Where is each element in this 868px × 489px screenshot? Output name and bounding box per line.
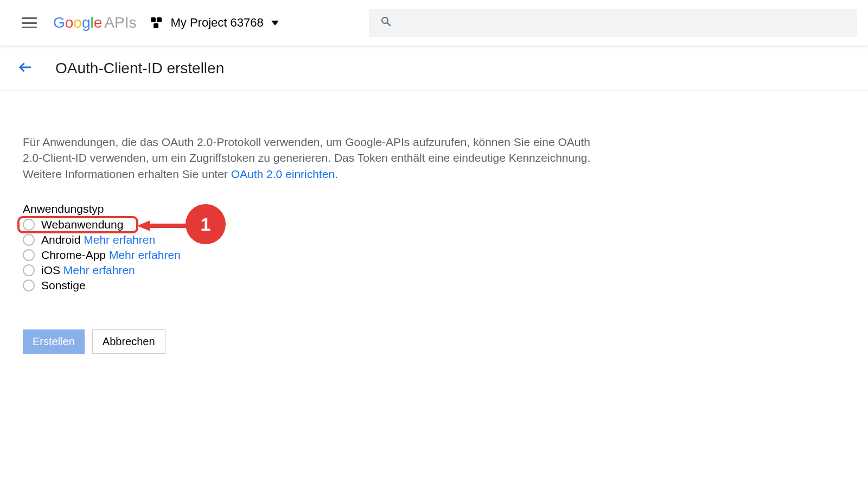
sub-header: OAuth-Client-ID erstellen bbox=[0, 46, 868, 91]
radio-group-application-type: Webanwendung 1 Android Mehr erfahren Chr… bbox=[23, 218, 608, 293]
radio-icon[interactable] bbox=[23, 264, 35, 276]
radio-label: Sonstige bbox=[41, 279, 86, 292]
radio-icon[interactable] bbox=[23, 249, 35, 261]
radio-label: iOS Mehr erfahren bbox=[41, 264, 135, 277]
oauth-setup-link[interactable]: OAuth 2.0 einrichten bbox=[231, 168, 335, 180]
radio-option-ios[interactable]: iOS Mehr erfahren bbox=[23, 263, 608, 277]
radio-label: Webanwendung bbox=[41, 218, 123, 231]
radio-label: Chrome-App Mehr erfahren bbox=[41, 249, 181, 262]
cancel-button[interactable]: Abbrechen bbox=[92, 329, 165, 354]
annotation-arrow-icon bbox=[137, 219, 186, 234]
project-icon bbox=[150, 16, 163, 29]
radio-option-android[interactable]: Android Mehr erfahren bbox=[23, 233, 608, 247]
logo-google-text: Google bbox=[53, 14, 102, 31]
logo-apis-text: APIs bbox=[104, 14, 136, 31]
learn-more-link[interactable]: Mehr erfahren bbox=[84, 233, 155, 246]
description-text: Für Anwendungen, die das OAuth 2.0-Proto… bbox=[23, 134, 608, 182]
project-selector[interactable]: My Project 63768 bbox=[150, 16, 278, 30]
radio-label: Android Mehr erfahren bbox=[41, 233, 155, 246]
description-part2: . bbox=[335, 168, 338, 180]
search-icon bbox=[380, 15, 393, 30]
button-row: Erstellen Abbrechen bbox=[23, 329, 608, 354]
search-input[interactable] bbox=[369, 9, 857, 37]
radio-icon[interactable] bbox=[23, 219, 35, 231]
learn-more-link[interactable]: Mehr erfahren bbox=[63, 264, 135, 276]
main-content: Für Anwendungen, die das OAuth 2.0-Proto… bbox=[0, 91, 608, 354]
application-type-label: Anwendungstyp bbox=[23, 202, 608, 215]
radio-icon[interactable] bbox=[23, 280, 35, 291]
project-name: My Project 63768 bbox=[170, 16, 263, 30]
chevron-down-icon bbox=[271, 21, 279, 26]
svg-marker-2 bbox=[137, 220, 150, 231]
top-header: Google APIs My Project 63768 bbox=[0, 0, 868, 46]
radio-option-chrome-app[interactable]: Chrome-App Mehr erfahren bbox=[23, 248, 608, 262]
back-arrow-icon[interactable] bbox=[17, 59, 34, 78]
create-button[interactable]: Erstellen bbox=[23, 329, 85, 354]
radio-option-web[interactable]: Webanwendung 1 bbox=[23, 218, 608, 232]
page-title: OAuth-Client-ID erstellen bbox=[55, 60, 224, 77]
google-apis-logo[interactable]: Google APIs bbox=[53, 14, 136, 31]
radio-icon[interactable] bbox=[23, 234, 35, 246]
hamburger-menu-icon[interactable] bbox=[22, 17, 37, 28]
radio-option-other[interactable]: Sonstige bbox=[23, 278, 608, 293]
learn-more-link[interactable]: Mehr erfahren bbox=[109, 249, 181, 261]
